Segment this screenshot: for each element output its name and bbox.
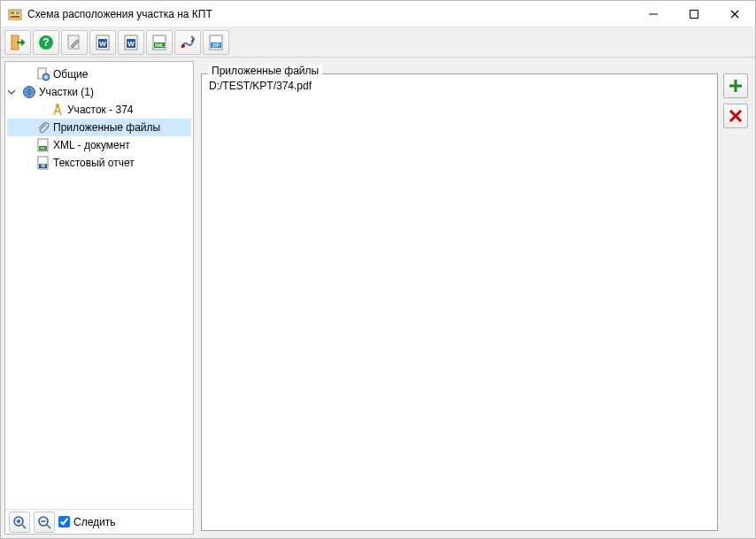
help-icon: ?: [37, 34, 55, 51]
tree-general[interactable]: Общие: [7, 65, 191, 83]
tree-text-report[interactable]: WТекстовый отчет: [7, 154, 191, 172]
group-label: Приложенные файлы: [208, 65, 322, 77]
zoom-in-icon: [12, 515, 27, 529]
tree-xml-doc[interactable]: XMLXML - документ: [7, 136, 191, 154]
left-panel: ОбщиеУчастки (1)Участок - 374Приложенные…: [4, 61, 194, 535]
zoom-in-button[interactable]: [9, 512, 30, 533]
tree[interactable]: ОбщиеУчастки (1)Участок - 374Приложенные…: [5, 62, 193, 509]
svg-rect-2: [16, 12, 19, 14]
plus-icon: [728, 78, 744, 94]
tree-expand-toggle[interactable]: [7, 88, 21, 96]
svg-text:W: W: [41, 163, 45, 168]
svg-text:XML: XML: [39, 146, 47, 150]
follow-checkbox-label[interactable]: Следить: [58, 516, 116, 528]
svg-rect-5: [690, 10, 698, 18]
remove-file-button[interactable]: [723, 104, 748, 128]
xml-button[interactable]: XML: [146, 30, 173, 55]
doc-gear-icon: [35, 67, 51, 81]
svg-text:XML: XML: [155, 42, 165, 48]
titlebar: Схема расположения участка на КПТ: [1, 1, 755, 27]
add-file-button[interactable]: [723, 73, 748, 98]
app-window: Схема расположения участка на КПТ ?: [0, 0, 756, 539]
app-icon: [8, 7, 22, 21]
xml-icon: XML: [150, 34, 168, 51]
chevron-down-icon: [7, 88, 16, 96]
zoom-out-icon: [37, 515, 51, 529]
word-button[interactable]: W: [89, 30, 116, 55]
word-icon: W: [94, 34, 112, 51]
svg-text:?: ?: [42, 36, 49, 49]
exit-icon: [9, 34, 27, 51]
attached-files-group: Приложенные файлы D:/TEST/KPT/374.pdf: [201, 73, 748, 531]
window-controls: [633, 1, 755, 27]
svg-text:W: W: [127, 40, 135, 48]
exit-button[interactable]: [4, 30, 31, 55]
zip-button[interactable]: ZIP: [203, 30, 229, 55]
svg-rect-0: [9, 10, 21, 19]
tree-item-label: Общие: [51, 68, 88, 81]
edit-button[interactable]: [61, 30, 88, 55]
tree-item-label: Участки (1): [37, 86, 94, 98]
delete-icon: [728, 108, 744, 124]
xml-doc-icon: XML: [35, 138, 51, 152]
close-button[interactable]: [714, 1, 755, 27]
tree-attached-files[interactable]: Приложенные файлы: [7, 119, 191, 136]
tree-item-label: Текстовый отчет: [51, 157, 135, 169]
attachment-icon: [35, 120, 51, 135]
tree-item-label: XML - документ: [51, 139, 130, 151]
zoom-out-button[interactable]: [34, 512, 55, 533]
tree-parcel-374[interactable]: Участок - 374: [7, 101, 191, 119]
follow-checkbox[interactable]: [58, 516, 70, 527]
file-path: D:/TEST/KPT/374.pdf: [209, 80, 312, 92]
tree-parcels[interactable]: Участки (1): [7, 83, 191, 101]
side-buttons: [718, 73, 748, 531]
map-icon: [179, 34, 197, 51]
svg-rect-4: [649, 13, 658, 14]
surveyor-icon: [50, 103, 66, 117]
toolbar: ? W W XM: [1, 27, 755, 58]
word-alt-button[interactable]: W: [118, 30, 144, 55]
follow-label-text: Следить: [73, 516, 116, 528]
file-list[interactable]: D:/TEST/KPT/374.pdf: [201, 73, 718, 531]
svg-point-27: [56, 104, 59, 107]
maximize-button[interactable]: [674, 1, 714, 27]
zip-icon: ZIP: [207, 34, 225, 51]
svg-point-19: [181, 44, 185, 48]
file-row[interactable]: D:/TEST/KPT/374.pdf: [205, 78, 714, 94]
map-button[interactable]: [174, 30, 201, 55]
edit-icon: [66, 34, 83, 51]
tree-item-label: Приложенные файлы: [51, 121, 160, 134]
left-bottom-bar: Следить: [5, 509, 193, 534]
word-alt-icon: W: [122, 34, 140, 51]
right-panel: Приложенные файлы D:/TEST/KPT/374.pdf: [194, 58, 755, 538]
svg-point-25: [45, 76, 48, 79]
globe-icon: [21, 85, 37, 99]
help-button[interactable]: ?: [33, 30, 59, 55]
svg-text:ZIP: ZIP: [212, 42, 220, 48]
minimize-button[interactable]: [633, 1, 674, 27]
body: ОбщиеУчастки (1)Участок - 374Приложенные…: [1, 58, 755, 538]
svg-text:W: W: [99, 40, 106, 48]
window-title: Схема расположения участка на КПТ: [27, 8, 633, 20]
svg-rect-1: [11, 12, 14, 14]
svg-rect-3: [11, 16, 19, 18]
tree-item-label: Участок - 374: [66, 104, 134, 116]
text-doc-icon: W: [35, 156, 51, 170]
